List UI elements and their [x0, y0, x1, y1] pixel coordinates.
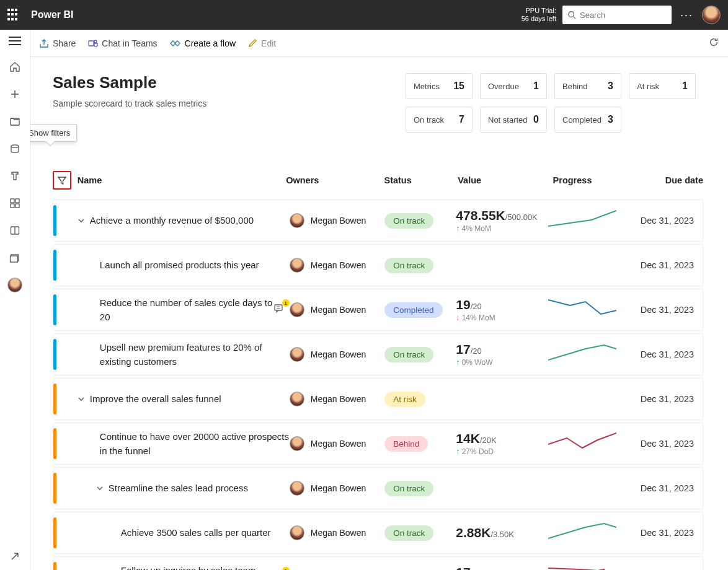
filter-tooltip: Show filters [30, 124, 77, 142]
svg-rect-8 [11, 204, 14, 208]
profile-avatar[interactable] [702, 6, 721, 24]
status-pill[interactable]: On track [384, 347, 433, 362]
create-icon[interactable] [9, 88, 21, 100]
stat-card[interactable]: Completed3 [554, 107, 621, 133]
trial-info: PPU Trial: 56 days left [522, 7, 556, 23]
svg-rect-7 [16, 199, 19, 203]
metric-row[interactable]: Improve the overall sales funnelMegan Bo… [53, 378, 703, 420]
stat-value: 0 [533, 114, 539, 125]
svg-rect-16 [275, 305, 282, 310]
metric-target: /500.00K [505, 213, 538, 222]
teams-icon [88, 38, 98, 48]
note-indicator[interactable]: 1 [273, 303, 286, 317]
col-due[interactable]: Due date [633, 175, 703, 185]
sparkline [548, 520, 616, 543]
metric-name: Streamline the sales lead process [109, 481, 290, 495]
sparkline [548, 208, 616, 231]
svg-rect-6 [11, 199, 14, 203]
status-pill[interactable]: On track [384, 213, 433, 229]
metric-row[interactable]: Follow up inquires by sales team within … [53, 556, 703, 570]
due-date: Dec 31, 2023 [626, 349, 694, 359]
metric-row[interactable]: Continue to have over 20000 active prosp… [53, 423, 703, 465]
filter-button[interactable] [53, 171, 71, 190]
edit-button[interactable]: Edit [248, 38, 276, 48]
owner-name: Megan Bowen [311, 439, 366, 449]
status-pill[interactable]: On track [384, 258, 433, 273]
col-name[interactable]: Name [71, 175, 286, 185]
metric-row[interactable]: Achieve a monthly revenue of $500,000Meg… [53, 200, 703, 242]
browse-icon[interactable] [9, 115, 21, 128]
app-launcher-icon[interactable] [7, 9, 20, 21]
refresh-icon [708, 37, 719, 48]
table-header: Name Owners Status Value Progress Due da… [53, 166, 703, 200]
status-pill[interactable]: On track [384, 525, 433, 541]
stat-card[interactable]: Not started0 [480, 107, 547, 133]
owner-name: Megan Bowen [311, 216, 366, 226]
flow-icon [170, 38, 181, 48]
share-button[interactable]: Share [39, 38, 76, 48]
apps-icon[interactable] [9, 197, 21, 209]
col-owners[interactable]: Owners [286, 175, 384, 185]
sparkline [548, 297, 616, 320]
stat-label: Behind [562, 82, 587, 91]
owner-name: Megan Bowen [311, 349, 366, 359]
owner-avatar [290, 392, 304, 406]
col-progress[interactable]: Progress [553, 175, 633, 185]
refresh-button[interactable] [708, 37, 719, 50]
svg-point-5 [11, 145, 19, 147]
metric-name: Continue to have over 20000 active prosp… [100, 429, 290, 458]
chevron-down-icon[interactable] [76, 394, 86, 404]
metric-value: 14K [456, 431, 480, 445]
metric-name: Upsell new premium features to 20% of ex… [100, 340, 290, 369]
due-date: Dec 31, 2023 [626, 260, 694, 270]
metric-value: 17 [456, 342, 470, 356]
status-pill[interactable]: On track [384, 481, 433, 496]
owner-avatar [290, 525, 304, 540]
metric-target: /20 [471, 346, 482, 356]
stat-value: 3 [608, 81, 613, 92]
metric-row[interactable]: Streamline the sales lead processMegan B… [53, 467, 703, 509]
search-input[interactable]: Search [562, 6, 672, 24]
trend-text: ↑ 27% DoD [456, 447, 548, 456]
status-pill[interactable]: Behind [384, 436, 428, 452]
status-pill[interactable]: Completed [384, 302, 442, 318]
stat-card[interactable]: Metrics15 [406, 73, 473, 99]
status-pill[interactable]: At risk [384, 392, 425, 407]
more-options-icon[interactable]: ··· [680, 9, 693, 22]
trend-text: ↑ 4% MoM [456, 224, 548, 233]
metric-name: Achieve a monthly revenue of $500,000 [90, 213, 290, 227]
chevron-down-icon[interactable] [76, 216, 86, 226]
col-value[interactable]: Value [458, 175, 553, 185]
nav-toggle[interactable] [9, 33, 21, 46]
workspace-avatar[interactable] [9, 279, 21, 291]
stat-card[interactable]: At risk1 [629, 73, 696, 99]
stat-card[interactable]: Behind3 [554, 73, 621, 99]
col-status[interactable]: Status [384, 175, 458, 185]
home-icon[interactable] [9, 61, 21, 73]
due-date: Dec 31, 2023 [626, 439, 694, 449]
workspaces-icon[interactable] [9, 252, 21, 264]
svg-point-0 [569, 12, 574, 17]
metric-row[interactable]: Reduce the number of sales cycle days to… [53, 289, 703, 331]
datahub-icon[interactable] [9, 142, 21, 155]
metrics-icon[interactable] [9, 170, 21, 182]
pencil-icon [248, 38, 257, 48]
stat-value: 7 [459, 114, 464, 125]
create-flow-button[interactable]: Create a flow [170, 38, 236, 48]
chevron-down-icon[interactable] [95, 483, 105, 493]
svg-line-1 [574, 17, 576, 19]
metric-row[interactable]: Achieve 3500 sales calls per quarterMega… [53, 512, 703, 554]
metric-value: 17 [456, 565, 470, 570]
metric-target: /20 [471, 302, 482, 311]
metric-row[interactable]: Upsell new premium features to 20% of ex… [53, 333, 703, 375]
learn-icon[interactable] [9, 224, 21, 237]
stat-label: On track [414, 115, 444, 125]
stat-card[interactable]: On track7 [406, 107, 473, 133]
expand-arrow-icon[interactable] [9, 550, 21, 563]
metric-row[interactable]: Launch all promised products this yearMe… [53, 244, 703, 286]
owner-name: Megan Bowen [311, 483, 366, 493]
owner-name: Megan Bowen [311, 528, 366, 538]
teams-chat-button[interactable]: Chat in Teams [88, 38, 157, 48]
stat-card[interactable]: Overdue1 [480, 73, 547, 99]
trend-text: ↓ 14% MoM [456, 314, 548, 322]
